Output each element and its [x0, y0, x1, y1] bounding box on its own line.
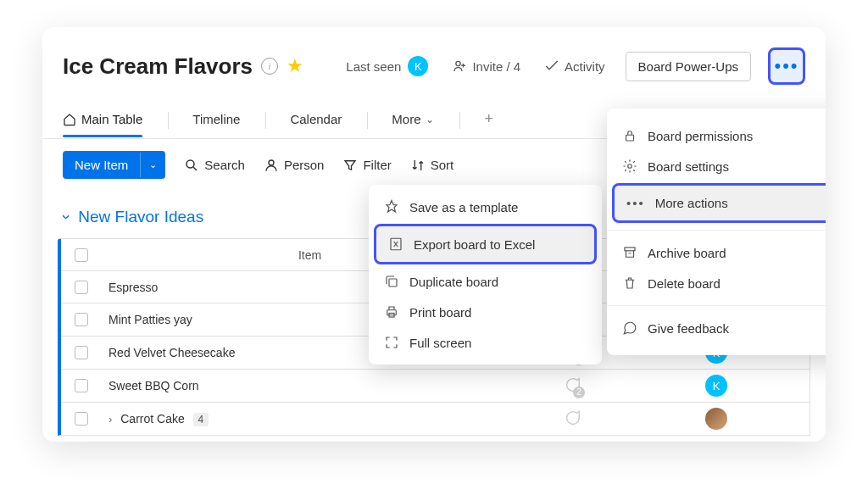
horizontal-dots-icon: •••	[774, 55, 798, 77]
tab-label: Main Table	[81, 112, 142, 126]
svg-point-8	[628, 164, 632, 169]
menu-save-template[interactable]: Save as a template	[369, 192, 602, 222]
sort-label: Sort	[431, 158, 454, 172]
menu-label: More actions	[655, 196, 728, 210]
owner-avatar[interactable]: K	[705, 375, 727, 397]
tab-timeline[interactable]: Timeline	[192, 103, 240, 136]
menu-separator	[607, 305, 826, 306]
menu-more-actions[interactable]: ••• More actions ›	[612, 183, 826, 223]
menu-feedback[interactable]: Give feedback	[607, 313, 826, 343]
menu-label: Delete board	[648, 276, 721, 291]
sort-button[interactable]: Sort	[410, 158, 454, 173]
row-checkbox[interactable]	[75, 412, 88, 426]
avatar-icon: K	[408, 56, 428, 76]
menu-label: Board permissions	[648, 129, 753, 143]
menu-label: Archive board	[648, 246, 726, 260]
search-icon	[184, 158, 199, 173]
select-all-checkbox[interactable]	[75, 248, 88, 262]
menu-label: Give feedback	[648, 321, 729, 336]
more-actions-submenu: Save as a template Export board to Excel…	[369, 185, 602, 364]
menu-label: Save as a template	[409, 200, 518, 214]
menu-print[interactable]: Print board	[369, 297, 602, 327]
home-icon	[63, 113, 76, 126]
menu-label: Duplicate board	[409, 275, 498, 289]
horizontal-dots-icon: •••	[626, 196, 645, 210]
comments-icon[interactable]	[563, 409, 581, 430]
invite-label: Invite / 4	[472, 59, 520, 74]
fullscreen-icon	[384, 335, 399, 350]
group-name: New Flavor Ideas	[78, 208, 203, 226]
search-label: Search	[204, 158, 245, 172]
chevron-down-icon: ›	[58, 214, 76, 220]
menu-permissions[interactable]: Board permissions	[607, 120, 826, 151]
export-icon	[388, 236, 403, 252]
board-title: Ice Cream Flavors	[63, 53, 253, 80]
last-seen[interactable]: Last seen K	[346, 56, 428, 76]
duplicate-icon	[384, 274, 399, 289]
row-checkbox[interactable]	[75, 346, 88, 359]
invite-button[interactable]: Invite / 4	[452, 58, 520, 74]
search-button[interactable]: Search	[184, 158, 245, 173]
chevron-down-icon[interactable]: ⌄	[140, 153, 165, 177]
filter-button[interactable]: Filter	[342, 158, 391, 173]
menu-archive[interactable]: Archive board	[607, 237, 826, 268]
svg-rect-9	[625, 248, 635, 251]
filter-label: Filter	[363, 158, 391, 172]
add-view-button[interactable]: +	[484, 102, 493, 138]
person-filter-button[interactable]: Person	[264, 158, 325, 173]
new-item-label: New Item	[63, 151, 140, 179]
person-label: Person	[284, 158, 325, 172]
info-icon[interactable]: i	[261, 58, 278, 75]
tab-label: More	[392, 112, 420, 126]
activity-label: Activity	[565, 59, 605, 74]
menu-export-excel[interactable]: Export board to Excel	[374, 224, 597, 264]
svg-point-2	[269, 160, 274, 165]
board-container: Ice Cream Flavors i ★ Last seen K Invite…	[42, 27, 826, 442]
owner-avatar[interactable]	[705, 408, 727, 430]
table-row[interactable]: Sweet BBQ Corn 2 K	[61, 370, 810, 403]
menu-duplicate[interactable]: Duplicate board	[369, 266, 602, 297]
person-icon	[264, 158, 279, 173]
svg-point-1	[186, 160, 194, 168]
gear-icon	[622, 159, 637, 174]
comments-icon[interactable]: 2	[563, 376, 581, 397]
menu-fullscreen[interactable]: Full screen	[369, 327, 602, 358]
activity-icon	[544, 58, 559, 74]
menu-settings[interactable]: Board settings ›	[607, 151, 826, 181]
more-options-button[interactable]: •••	[768, 47, 805, 85]
chevron-down-icon: ⌄	[426, 114, 434, 125]
filter-icon	[342, 158, 358, 173]
person-plus-icon	[452, 58, 467, 74]
print-icon	[384, 304, 399, 320]
row-checkbox[interactable]	[75, 281, 88, 294]
sort-icon	[410, 158, 426, 173]
svg-rect-7	[626, 135, 634, 141]
menu-separator	[607, 230, 826, 231]
svg-point-0	[456, 61, 460, 65]
board-menu: Board permissions Board settings › ••• M…	[607, 108, 826, 355]
star-icon[interactable]: ★	[287, 55, 303, 77]
feedback-icon	[622, 320, 637, 336]
item-name[interactable]: Sweet BBQ Corn	[98, 374, 521, 398]
row-checkbox[interactable]	[75, 313, 88, 326]
table-row[interactable]: › Carrot Cake 4	[61, 403, 810, 435]
lock-icon	[622, 128, 637, 143]
subitem-count: 4	[193, 413, 209, 426]
item-name[interactable]: › Carrot Cake 4	[98, 407, 521, 431]
svg-rect-4	[389, 279, 397, 287]
tab-main-table[interactable]: Main Table	[63, 103, 142, 136]
expand-subitems-icon[interactable]: ›	[108, 413, 112, 426]
menu-delete[interactable]: Delete board	[607, 268, 826, 298]
pin-icon	[384, 199, 399, 214]
activity-button[interactable]: Activity	[544, 58, 605, 74]
tab-more[interactable]: More ⌄	[392, 103, 434, 136]
svg-rect-5	[387, 310, 397, 315]
row-checkbox[interactable]	[75, 379, 88, 392]
menu-label: Print board	[409, 305, 471, 320]
archive-icon	[622, 245, 637, 260]
powerups-button[interactable]: Board Power-Ups	[626, 52, 751, 81]
last-seen-label: Last seen	[346, 59, 401, 74]
menu-label: Full screen	[409, 336, 471, 350]
tab-calendar[interactable]: Calendar	[290, 103, 342, 136]
new-item-button[interactable]: New Item ⌄	[63, 151, 165, 179]
